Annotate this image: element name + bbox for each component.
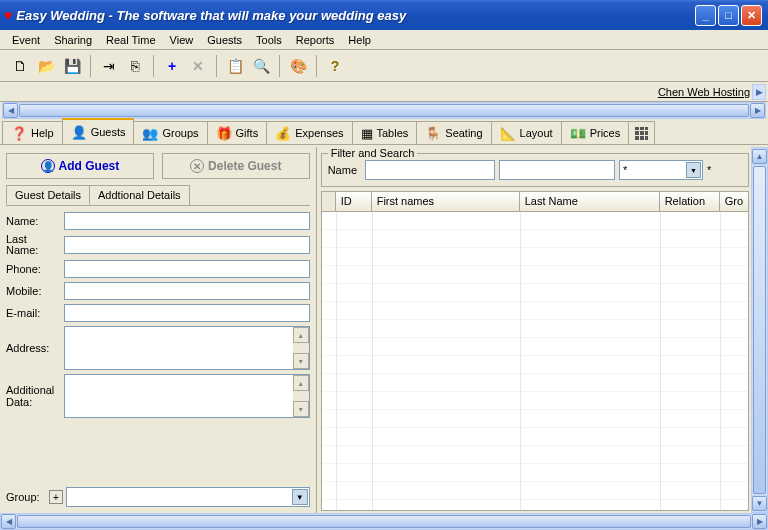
scroll-right-icon[interactable]: ▶ (750, 103, 765, 118)
scroll-down-icon[interactable]: ▼ (752, 496, 767, 511)
menu-tools[interactable]: Tools (250, 32, 288, 48)
tab-guests[interactable]: 👤Guests (62, 118, 135, 144)
toolbar-separator (216, 55, 217, 77)
import-icon[interactable]: ⇥ (97, 54, 121, 78)
help-icon: ❓ (11, 126, 27, 141)
toolbar-separator (153, 55, 154, 77)
col-relation[interactable]: Relation (660, 192, 720, 211)
address-label: Address: (6, 342, 60, 354)
money-icon: 💰 (275, 126, 291, 141)
export-icon[interactable]: ⎘ (123, 54, 147, 78)
tab-guest-details[interactable]: Guest Details (6, 185, 90, 205)
additional-input[interactable]: ▲▼ (64, 374, 310, 418)
tab-expenses[interactable]: 💰Expenses (266, 121, 352, 144)
copy-icon[interactable]: 📋 (223, 54, 247, 78)
tab-label: Tables (377, 127, 409, 139)
textarea-scrollbar[interactable]: ▲▼ (293, 327, 309, 369)
tab-groups[interactable]: 👥Groups (133, 121, 207, 144)
name-input[interactable] (64, 212, 310, 230)
email-input[interactable] (64, 304, 310, 322)
additional-label: Additional Data: (6, 384, 60, 408)
find-icon[interactable]: 🔍 (249, 54, 273, 78)
scrollbar-thumb[interactable] (17, 515, 751, 528)
open-icon[interactable]: 📂 (34, 54, 58, 78)
group-combo[interactable]: ▼ (66, 487, 310, 507)
tab-layout[interactable]: 📐Layout (491, 121, 562, 144)
lastname-input[interactable] (64, 236, 310, 254)
chevron-down-icon[interactable]: ▼ (292, 489, 308, 505)
toolbar-separator (90, 55, 91, 77)
col-firstnames[interactable]: First names (372, 192, 520, 211)
phone-input[interactable] (64, 260, 310, 278)
scrollbar-thumb[interactable] (753, 166, 766, 494)
subbar-scrollbar[interactable]: ◀ ▶ (2, 102, 766, 119)
scroll-left-icon[interactable]: ◀ (3, 103, 18, 118)
grid-body[interactable] (322, 212, 748, 510)
scroll-down-icon[interactable]: ▼ (293, 353, 309, 369)
add-guest-button[interactable]: 👤 Add Guest (6, 153, 154, 179)
tab-prices[interactable]: 💵Prices (561, 121, 630, 144)
person-remove-icon: ✕ (190, 159, 204, 173)
delete-guest-button[interactable]: ✕ Delete Guest (162, 153, 310, 179)
address-input[interactable]: ▲▼ (64, 326, 310, 370)
gift-icon: 🎁 (216, 126, 232, 141)
close-button[interactable]: ✕ (741, 5, 762, 26)
help-icon[interactable]: ? (323, 54, 347, 78)
scroll-right-icon[interactable]: ▶ (752, 84, 766, 100)
person-icon: 👤 (71, 125, 87, 140)
tab-label: Layout (520, 127, 553, 139)
tab-additional-details[interactable]: Addtional Details (89, 185, 190, 205)
row-header-col[interactable] (322, 192, 336, 211)
seat-icon: 🪑 (425, 126, 441, 141)
menu-help[interactable]: Help (342, 32, 377, 48)
scroll-down-icon[interactable]: ▼ (293, 401, 309, 417)
filter-name-input[interactable] (365, 160, 495, 180)
filter-extra-input[interactable] (499, 160, 615, 180)
minimize-button[interactable]: _ (695, 5, 716, 26)
tab-grid[interactable] (628, 121, 655, 144)
tab-tables[interactable]: ▦Tables (352, 121, 418, 144)
col-group[interactable]: Gro (720, 192, 748, 211)
add-icon[interactable]: + (160, 54, 184, 78)
col-lastname[interactable]: Last Name (520, 192, 660, 211)
scroll-right-icon[interactable]: ▶ (752, 514, 767, 529)
theme-icon[interactable]: 🎨 (286, 54, 310, 78)
menu-guests[interactable]: Guests (201, 32, 248, 48)
menu-reports[interactable]: Reports (290, 32, 341, 48)
menu-realtime[interactable]: Real Time (100, 32, 162, 48)
menu-sharing[interactable]: Sharing (48, 32, 98, 48)
toolbar-separator (279, 55, 280, 77)
tab-gifts[interactable]: 🎁Gifts (207, 121, 268, 144)
filter-combo[interactable]: *▼ (619, 160, 703, 180)
menu-event[interactable]: Event (6, 32, 46, 48)
add-group-button[interactable]: + (49, 490, 63, 504)
hosting-link[interactable]: Chen Web Hosting (658, 86, 750, 98)
grid-icon (635, 127, 648, 140)
price-icon: 💵 (570, 126, 586, 141)
scroll-up-icon[interactable]: ▲ (752, 149, 767, 164)
guest-details-panel: 👤 Add Guest ✕ Delete Guest Guest Details… (0, 147, 317, 513)
button-label: Delete Guest (208, 159, 281, 173)
menu-view[interactable]: View (164, 32, 200, 48)
filter-legend: Filter and Search (328, 147, 418, 159)
tab-seating[interactable]: 🪑Seating (416, 121, 491, 144)
right-scrollbar[interactable]: ▲ ▼ (751, 147, 768, 513)
scroll-up-icon[interactable]: ▲ (293, 327, 309, 343)
tab-label: Gifts (236, 127, 259, 139)
col-id[interactable]: ID (336, 192, 372, 211)
filter-box: Filter and Search Name *▼ * (321, 153, 749, 187)
bottom-scrollbar[interactable]: ◀ ▶ (0, 513, 768, 530)
scroll-left-icon[interactable]: ◀ (1, 514, 16, 529)
tab-help[interactable]: ❓Help (2, 121, 63, 144)
chevron-down-icon[interactable]: ▼ (686, 162, 701, 178)
group-icon: 👥 (142, 126, 158, 141)
guests-grid[interactable]: ID First names Last Name Relation Gro (321, 191, 749, 511)
scrollbar-thumb[interactable] (19, 104, 749, 117)
save-icon[interactable]: 💾 (60, 54, 84, 78)
delete-icon[interactable]: ✕ (186, 54, 210, 78)
new-icon[interactable]: 🗋 (8, 54, 32, 78)
maximize-button[interactable]: □ (718, 5, 739, 26)
mobile-input[interactable] (64, 282, 310, 300)
scroll-up-icon[interactable]: ▲ (293, 375, 309, 391)
textarea-scrollbar[interactable]: ▲▼ (293, 375, 309, 417)
